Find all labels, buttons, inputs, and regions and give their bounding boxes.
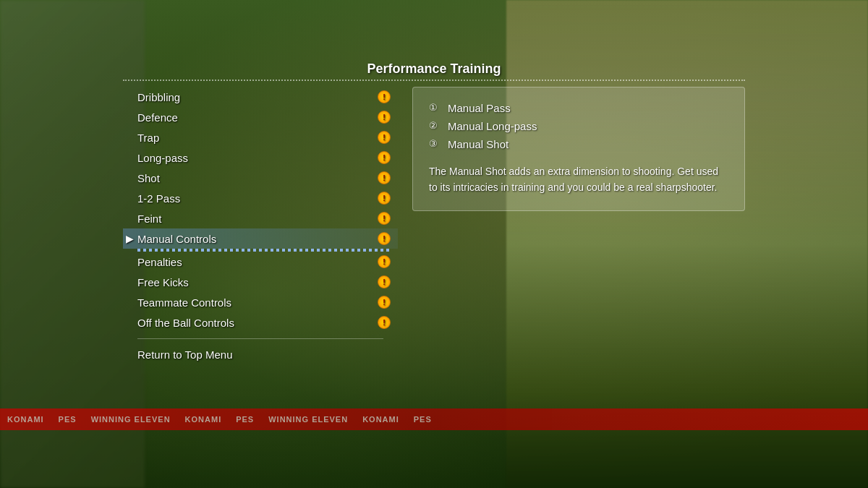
menu-item-label-defence: Defence — [137, 111, 378, 124]
menu-item-manual-controls[interactable]: ▶ Manual Controls ! — [123, 228, 398, 249]
menu-item-label-dribbling: Dribbling — [137, 91, 378, 103]
warning-icon-trap: ! — [378, 131, 391, 144]
menu-divider — [137, 338, 383, 339]
page-title-container: Performance Training — [123, 61, 745, 81]
menu-item-trap[interactable]: Trap ! — [123, 127, 398, 147]
menu-item-label-shot: Shot — [137, 172, 378, 184]
menu-item-defence[interactable]: Defence ! — [123, 107, 398, 127]
menu-item-label-feint: Feint — [137, 213, 378, 225]
warning-icon-teammate-controls: ! — [378, 296, 391, 309]
menu-item-penalties[interactable]: Penalties ! — [123, 252, 398, 272]
menu-item-dribbling[interactable]: Dribbling ! — [123, 87, 398, 107]
menu-item-label-free-kicks: Free Kicks — [137, 276, 378, 288]
info-list-number-2: ② — [429, 120, 442, 131]
menu-item-label-trap: Trap — [137, 132, 378, 144]
menu-item-long-pass[interactable]: Long-pass ! — [123, 147, 398, 168]
warning-icon-penalties: ! — [378, 255, 391, 268]
main-container: Performance Training Dribbling ! Defence… — [0, 0, 868, 488]
info-list: ① Manual Pass ② Manual Long-pass ③ Manua… — [429, 102, 728, 150]
menu-panel: Dribbling ! Defence ! Trap ! Long-pass !… — [123, 87, 398, 364]
menu-item-one-two-pass[interactable]: 1-2 Pass ! — [123, 188, 398, 208]
warning-icon-one-two-pass: ! — [378, 192, 391, 205]
menu-item-off-the-ball[interactable]: Off the Ball Controls ! — [123, 312, 398, 333]
selection-arrow: ▶ — [126, 233, 134, 244]
info-list-number-1: ① — [429, 102, 442, 113]
return-to-top-menu-label: Return to Top Menu — [137, 348, 232, 361]
info-list-item-2: ② Manual Long-pass — [429, 120, 728, 132]
info-list-number-3: ③ — [429, 138, 442, 149]
menu-item-teammate-controls[interactable]: Teammate Controls ! — [123, 292, 398, 312]
menu-item-label-manual-controls: Manual Controls — [137, 233, 378, 245]
info-panel: ① Manual Pass ② Manual Long-pass ③ Manua… — [412, 87, 745, 211]
info-list-label-3: Manual Shot — [448, 138, 509, 150]
warning-icon-feint: ! — [378, 212, 391, 225]
info-description: The Manual Shot adds an extra dimension … — [429, 163, 728, 196]
menu-item-label-off-the-ball: Off the Ball Controls — [137, 317, 378, 329]
warning-icon-dribbling: ! — [378, 90, 391, 103]
menu-item-label-one-two-pass: 1-2 Pass — [137, 192, 378, 205]
warning-icon-off-the-ball: ! — [378, 316, 391, 329]
warning-icon-long-pass: ! — [378, 151, 391, 164]
info-list-item-1: ① Manual Pass — [429, 102, 728, 114]
info-list-label-2: Manual Long-pass — [448, 120, 537, 132]
content-area: Dribbling ! Defence ! Trap ! Long-pass !… — [123, 87, 745, 364]
warning-icon-shot: ! — [378, 171, 391, 184]
menu-item-free-kicks[interactable]: Free Kicks ! — [123, 272, 398, 292]
menu-item-feint[interactable]: Feint ! — [123, 208, 398, 228]
menu-item-label-penalties: Penalties — [137, 256, 378, 268]
title-divider — [123, 80, 745, 81]
warning-icon-free-kicks: ! — [378, 275, 391, 288]
menu-item-shot[interactable]: Shot ! — [123, 168, 398, 188]
info-list-item-3: ③ Manual Shot — [429, 138, 728, 150]
info-list-label-1: Manual Pass — [448, 102, 511, 114]
return-to-top-menu-button[interactable]: Return to Top Menu — [123, 345, 398, 364]
page-title: Performance Training — [367, 61, 501, 77]
warning-icon-defence: ! — [378, 111, 391, 124]
menu-item-label-teammate-controls: Teammate Controls — [137, 296, 378, 309]
menu-item-label-long-pass: Long-pass — [137, 152, 378, 164]
warning-icon-manual-controls: ! — [378, 232, 391, 245]
